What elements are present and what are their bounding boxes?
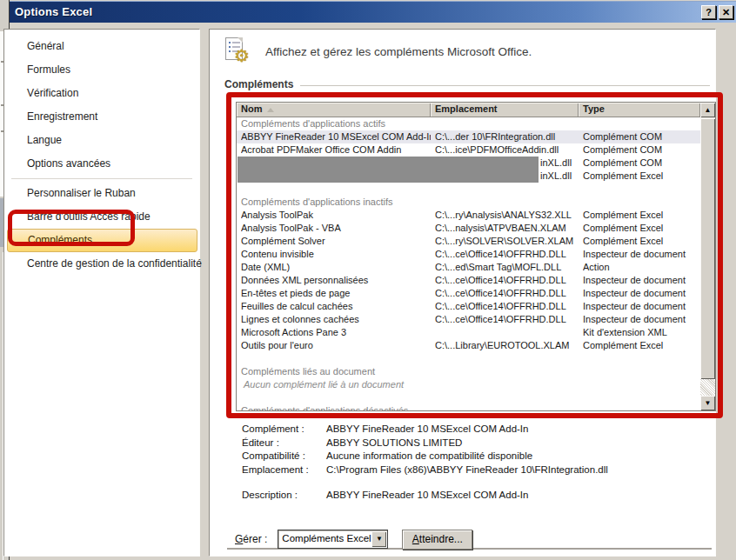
sidebar: GénéralFormulesVérificationEnregistremen… <box>3 29 200 557</box>
options-excel-dialog: Options Excel ? ✕ GénéralFormulesVérific… <box>0 0 736 560</box>
cell-location: C:\...der 10\FRIntegration.dll <box>435 130 581 143</box>
table-row[interactable]: Microsoft Actions Pane 3Kit d'extension … <box>237 326 700 339</box>
detail-value: ABBYY SOLUTIONS LIMITED <box>326 437 462 450</box>
sidebar-item-options-avanc-es[interactable]: Options avancées <box>4 152 199 176</box>
scrollbar-thumb[interactable] <box>700 118 715 379</box>
gear-icon: ⚙ <box>232 46 251 65</box>
table-group-row: Compléments d'applications désactivés <box>237 404 700 410</box>
vertical-scrollbar[interactable]: ▲ ▼ <box>700 103 715 410</box>
addin-details: Complément :ABBYY FineReader 10 MSExcel … <box>242 423 712 503</box>
detail-row: Complément :ABBYY FineReader 10 MSExcel … <box>242 423 712 437</box>
sidebar-item-barre-d-outils-acc-s-rapide[interactable]: Barre d'outils Accès rapide <box>4 205 199 229</box>
detail-value: Aucune information de compatibilité disp… <box>326 450 532 463</box>
close-button[interactable]: ✕ <box>719 5 733 19</box>
detail-label: Compatibilité : <box>242 450 326 463</box>
cell-name: Données XML personnalisées <box>241 274 431 287</box>
cell-type: Kit d'extension XML <box>583 326 700 339</box>
table-row[interactable]: Analysis ToolPakC:\...ry\Analysis\ANALYS… <box>237 209 700 222</box>
cell-type: Inspecteur de document <box>583 274 700 287</box>
detail-label: Description : <box>242 489 326 503</box>
addins-table-body: Compléments d'applications actifsABBYY F… <box>237 117 700 410</box>
redaction-block <box>238 170 539 183</box>
cell-location: C:\...ed\Smart Tag\MOFL.DLL <box>435 261 581 274</box>
column-header-emplacement[interactable]: Emplacement <box>431 103 579 117</box>
footer-controls: Gérer : Compléments Excel ▼ Atteindre... <box>235 529 472 550</box>
sidebar-item-langue[interactable]: Langue <box>4 129 199 152</box>
cell-name: Date (XML) <box>241 261 431 274</box>
cell-type: Complément Excel <box>583 170 700 183</box>
page-header-text: Affichez et gérez les compléments Micros… <box>265 45 532 58</box>
addins-table[interactable]: Nom Emplacement Type Compléments d'appli… <box>236 102 716 411</box>
cell-type: Inspecteur de document <box>583 287 700 300</box>
cell-location: C:\...ry\SOLVER\SOLVER.XLAM <box>435 235 581 248</box>
table-row[interactable]: Acrobat PDFMaker Office COM AddinC:\...i… <box>237 143 700 157</box>
manage-dropdown[interactable]: Compléments Excel ▼ <box>278 530 388 549</box>
cell-location: C:\...ce\Office14\OFFRHD.DLL <box>435 274 581 287</box>
detail-label: Emplacement : <box>242 463 326 477</box>
sidebar-item-personnaliser-le-ruban[interactable]: Personnaliser le Ruban <box>4 182 199 205</box>
cell-type: Inspecteur de document <box>583 300 700 313</box>
manage-label: Gérer : <box>235 533 267 545</box>
detail-value: ABBYY FineReader 10 MSExcel COM Add-In <box>326 423 528 437</box>
chevron-down-icon[interactable]: ▼ <box>371 531 386 547</box>
cell-type: Complément Excel <box>583 209 700 222</box>
cell-location: C:\...Library\EUROTOOL.XLAM <box>435 339 581 352</box>
manage-dropdown-value: Compléments Excel <box>282 533 371 543</box>
table-row[interactable]: Feuilles de calcul cachéesC:\...ce\Offic… <box>237 300 700 313</box>
cell-name: Complément Solver <box>241 235 431 248</box>
sidebar-item-centre-de-gestion-de-la-confidentialit-[interactable]: Centre de gestion de la confidentialité <box>4 252 199 276</box>
table-row[interactable]: En-têtes et pieds de pageC:\...ce\Office… <box>237 287 700 300</box>
cell-name: Acrobat PDFMaker Office COM Addin <box>241 143 431 157</box>
cell-name: Analysis ToolPak - VBA <box>241 222 431 235</box>
table-empty-row <box>237 352 700 365</box>
table-group-row: Compléments d'applications actifs <box>237 117 700 130</box>
cell-name: Feuilles de calcul cachées <box>241 300 431 313</box>
table-row-redacted[interactable]: inXL.dllComplément Excel <box>237 170 700 183</box>
table-row[interactable]: ABBYY FineReader 10 MSExcel COM Add-InC:… <box>237 130 700 143</box>
table-row[interactable]: Données XML personnaliséesC:\...ce\Offic… <box>237 274 700 287</box>
table-row[interactable]: Contenu invisibleC:\...ce\Office14\OFFRH… <box>237 248 700 261</box>
cell-type: Complément Excel <box>583 235 700 248</box>
column-header-type[interactable]: Type <box>579 103 700 117</box>
cell-type: Complément Excel <box>583 339 700 352</box>
scroll-down-button[interactable]: ▼ <box>700 396 715 410</box>
sidebar-item-g-n-ral[interactable]: Général <box>4 35 199 58</box>
detail-row: Éditeur :ABBYY SOLUTIONS LIMITED <box>242 437 712 450</box>
cell-location: C:\...ce\Office14\OFFRHD.DLL <box>435 300 581 313</box>
table-row[interactable]: Analysis ToolPak - VBAC:\...nalysis\ATPV… <box>237 222 700 235</box>
help-button[interactable]: ? <box>701 5 716 19</box>
table-row[interactable]: Complément SolverC:\...ry\SOLVER\SOLVER.… <box>237 235 700 248</box>
cell-type: Inspecteur de document <box>583 313 700 326</box>
scroll-up-button[interactable]: ▲ <box>700 103 715 117</box>
page-header: ⚙ Affichez et gérez les compléments Micr… <box>224 35 693 68</box>
table-row-redacted[interactable]: inXL.dllComplément COM <box>237 157 700 170</box>
table-row[interactable]: Outils pour l'euroC:\...Library\EUROTOOL… <box>237 339 700 352</box>
table-group-row: Compléments d'applications inactifs <box>237 196 700 209</box>
sidebar-items: GénéralFormulesVérificationEnregistremen… <box>4 35 199 276</box>
sidebar-item-compl-ments[interactable]: Compléments <box>7 229 197 252</box>
scrollbar-track[interactable] <box>700 379 715 396</box>
cell-name: Analysis ToolPak <box>241 209 431 222</box>
detail-value: C:\Program Files (x86)\ABBYY FineReader … <box>326 463 608 477</box>
detail-value: ABBYY FineReader 10 MSExcel COM Add-In <box>326 489 528 503</box>
title-bar[interactable]: Options Excel ? ✕ <box>10 1 736 23</box>
cell-name: ABBYY FineReader 10 MSExcel COM Add-In <box>241 130 431 143</box>
cell-type: Inspecteur de document <box>583 248 700 261</box>
table-empty-row <box>237 183 700 196</box>
table-group-row: Compléments liés au document <box>237 365 700 378</box>
detail-row: Emplacement :C:\Program Files (x86)\ABBY… <box>242 463 712 477</box>
table-row[interactable]: Lignes et colonnes cachéesC:\...ce\Offic… <box>237 313 700 326</box>
cell-name: Outils pour l'euro <box>241 339 431 352</box>
cell-name: Microsoft Actions Pane 3 <box>241 326 431 339</box>
sidebar-item-formules[interactable]: Formules <box>4 58 199 82</box>
sidebar-item-v-rification[interactable]: Vérification <box>4 82 199 105</box>
cell-name: En-têtes et pieds de page <box>241 287 431 300</box>
cell-location: C:\...ce\Office14\OFFRHD.DLL <box>435 313 581 326</box>
table-row[interactable]: Date (XML)C:\...ed\Smart Tag\MOFL.DLLAct… <box>237 261 700 274</box>
column-header-nom[interactable]: Nom <box>237 103 431 117</box>
cell-name: Contenu invisible <box>241 248 431 261</box>
go-button[interactable]: Atteindre... <box>402 530 472 550</box>
cell-type: Complément Excel <box>583 222 700 235</box>
sidebar-section-divider <box>11 178 192 179</box>
sidebar-item-enregistrement[interactable]: Enregistrement <box>4 105 199 129</box>
